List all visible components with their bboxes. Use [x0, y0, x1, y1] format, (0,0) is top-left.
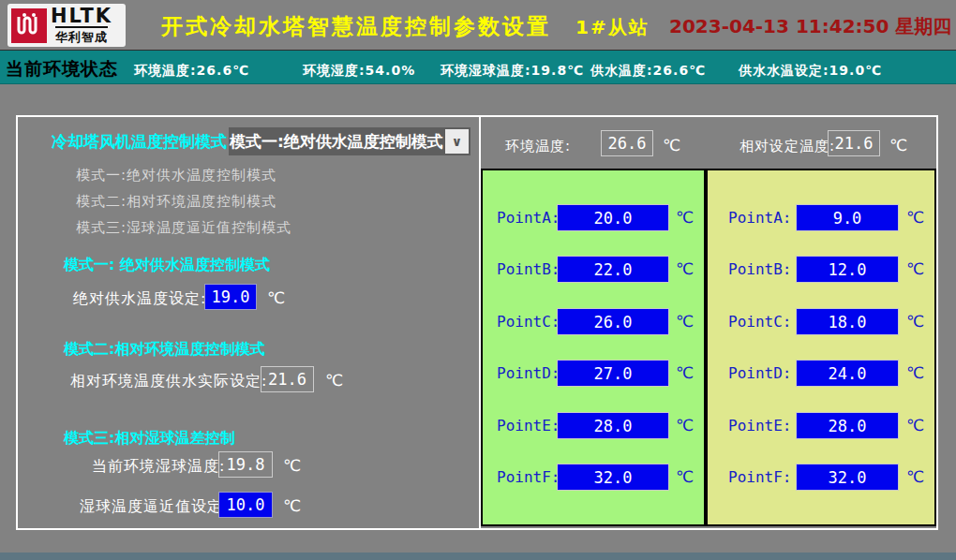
yellow-point-row-f: PointF: 32.0 ℃	[708, 464, 934, 491]
yellow-point-row-e: PointE: 28.0 ℃	[708, 412, 934, 439]
mode2-field-label: 相对环境温度供水实际设定:	[70, 372, 267, 391]
green-point-d-label: PointD:	[497, 364, 560, 382]
green-point-row-c: PointC: 26.0 ℃	[483, 308, 704, 335]
rel-set-temp-value: 21.6	[828, 130, 880, 156]
hltk-logo-icon	[11, 8, 47, 43]
yellow-point-e-label: PointE:	[728, 417, 791, 435]
yellow-point-f-label: PointF:	[728, 468, 791, 486]
mode-option-2: 模式二:相对环境温度控制模式	[76, 193, 276, 211]
green-point-d-unit: ℃	[676, 363, 694, 382]
green-point-a-input[interactable]: 20.0	[557, 204, 669, 231]
mode1-title: 模式一: 绝对供水温度控制模式	[64, 256, 270, 275]
mode2-actual-value: 21.6	[261, 366, 314, 392]
green-point-e-input[interactable]: 28.0	[557, 412, 669, 439]
yellow-point-b-label: PointB:	[728, 260, 791, 278]
green-point-d-input[interactable]: 27.0	[557, 360, 669, 387]
green-point-row-b: PointB: 22.0 ℃	[483, 256, 704, 283]
points-panel-yellow: PointA: 9.0 ℃ PointB: 12.0 ℃ PointC: 18.…	[706, 169, 936, 526]
green-point-b-unit: ℃	[676, 259, 694, 278]
yellow-point-row-b: PointB: 12.0 ℃	[708, 256, 934, 283]
mode3-current-value: 19.8	[218, 451, 273, 478]
green-point-e-unit: ℃	[676, 416, 694, 435]
yellow-point-d-label: PointD:	[728, 364, 791, 382]
chevron-down-icon: ∨	[445, 129, 469, 154]
env-temp-unit: ℃	[663, 136, 680, 155]
yellow-point-a-label: PointA:	[728, 209, 791, 227]
status-env-temp: 环境温度:26.6℃	[134, 63, 249, 80]
rel-set-temp-label: 相对设定温度:	[739, 138, 835, 155]
mode1-unit: ℃	[267, 288, 285, 307]
yellow-point-e-unit: ℃	[906, 416, 924, 435]
yellow-point-f-unit: ℃	[906, 467, 924, 486]
green-point-row-e: PointE: 28.0 ℃	[483, 412, 704, 439]
status-wetbulb-temp: 环境湿球温度:19.8℃	[441, 63, 584, 80]
points-area: 环境温度: 26.6 ℃ 相对设定温度: 21.6 ℃ PointA: 20.0…	[479, 117, 936, 528]
yellow-point-c-label: PointC:	[728, 313, 791, 331]
green-point-c-label: PointC:	[497, 313, 560, 331]
points-panel-green: PointA: 20.0 ℃ PointB: 22.0 ℃ PointC: 26…	[481, 169, 706, 526]
mode3-set-unit: ℃	[283, 496, 301, 515]
mode1-field-label: 绝对供水温度设定:	[73, 289, 206, 309]
env-temp-label: 环境温度:	[505, 138, 571, 155]
header: HLTK 华利智成 开式冷却水塔智慧温度控制参数设置 1#从站 2023-04-…	[0, 0, 956, 50]
green-point-b-label: PointB:	[497, 260, 560, 278]
yellow-point-c-input[interactable]: 18.0	[796, 308, 899, 335]
rel-set-temp-unit: ℃	[889, 136, 907, 155]
green-point-e-label: PointE:	[497, 417, 560, 435]
yellow-point-a-unit: ℃	[906, 208, 924, 227]
green-point-a-label: PointA:	[497, 209, 560, 227]
environment-status-bar: 当前环境状态 环境温度:26.6℃ 环境湿度:54.0% 环境湿球温度:19.8…	[0, 50, 956, 84]
mode3-current-unit: ℃	[283, 456, 301, 475]
mode-option-3: 模式三:湿球温度逼近值控制模式	[76, 219, 291, 237]
green-point-b-input[interactable]: 22.0	[557, 256, 669, 283]
station-label: 1#从站	[575, 15, 650, 40]
yellow-point-f-input[interactable]: 32.0	[796, 464, 899, 491]
logo-brand-cn: 华利智成	[55, 26, 108, 46]
status-supply-temp: 供水温度:26.6℃	[590, 63, 706, 80]
mode2-unit: ℃	[325, 371, 343, 390]
company-logo: HLTK 华利智成	[7, 4, 126, 47]
mode-select-dropdown[interactable]: 模式一:绝对供水温度控制模式 ∨	[229, 127, 471, 155]
mode-select-label: 冷却塔风机温度控制模式	[52, 131, 227, 153]
yellow-point-row-c: PointC: 18.0 ℃	[708, 308, 934, 335]
page-title: 开式冷却水塔智慧温度控制参数设置	[161, 12, 551, 41]
green-point-row-a: PointA: 20.0 ℃	[483, 204, 704, 231]
mode2-title: 模式二:相对环境温度控制模式	[64, 340, 264, 360]
mode3-set-label: 湿球温度逼近值设定:	[80, 497, 229, 517]
green-point-a-unit: ℃	[676, 208, 694, 227]
mode3-title: 模式三:相对湿球温差控制	[64, 429, 234, 449]
mode3-current-label: 当前环境湿球温度:	[92, 457, 225, 477]
yellow-point-e-input[interactable]: 28.0	[796, 412, 899, 439]
logo-text: HLTK 华利智成	[51, 6, 112, 46]
yellow-point-a-input[interactable]: 9.0	[796, 204, 899, 231]
yellow-point-row-d: PointD: 24.0 ℃	[708, 360, 934, 387]
mode-config-area: 冷却塔风机温度控制模式 模式一:绝对供水温度控制模式 ∨ 模式一:绝对供水温度控…	[18, 117, 479, 528]
mode1-setpoint-input[interactable]: 19.0	[204, 284, 257, 310]
yellow-point-d-input[interactable]: 24.0	[796, 360, 899, 387]
mode-option-1: 模式一:绝对供水温度控制模式	[76, 167, 276, 184]
green-point-c-unit: ℃	[676, 312, 694, 331]
status-env-humidity: 环境湿度:54.0%	[303, 63, 415, 80]
status-bar-title: 当前环境状态	[6, 57, 118, 81]
mode-select-value: 模式一:绝对供水温度控制模式	[229, 131, 443, 153]
green-point-c-input[interactable]: 26.0	[557, 308, 669, 335]
datetime-display: 2023-04-13 11:42:50 星期四	[669, 14, 951, 39]
yellow-point-b-unit: ℃	[906, 259, 924, 278]
green-point-row-d: PointD: 27.0 ℃	[483, 360, 704, 387]
status-supply-setpoint: 供水水温设定:19.0℃	[739, 63, 882, 80]
green-point-f-input[interactable]: 32.0	[557, 464, 669, 491]
green-point-row-f: PointF: 32.0 ℃	[483, 464, 704, 491]
green-point-f-label: PointF:	[497, 468, 560, 486]
bottom-edge-strip	[0, 553, 956, 560]
yellow-point-d-unit: ℃	[906, 363, 924, 382]
logo-brand: HLTK	[51, 6, 112, 26]
yellow-point-c-unit: ℃	[906, 312, 924, 331]
mode3-setpoint-input[interactable]: 10.0	[218, 492, 273, 518]
env-temp-value: 26.6	[601, 130, 653, 156]
yellow-point-b-input[interactable]: 12.0	[796, 256, 899, 283]
green-point-f-unit: ℃	[676, 467, 694, 486]
main-panel: 冷却塔风机温度控制模式 模式一:绝对供水温度控制模式 ∨ 模式一:绝对供水温度控…	[16, 115, 938, 530]
yellow-point-row-a: PointA: 9.0 ℃	[708, 204, 934, 231]
